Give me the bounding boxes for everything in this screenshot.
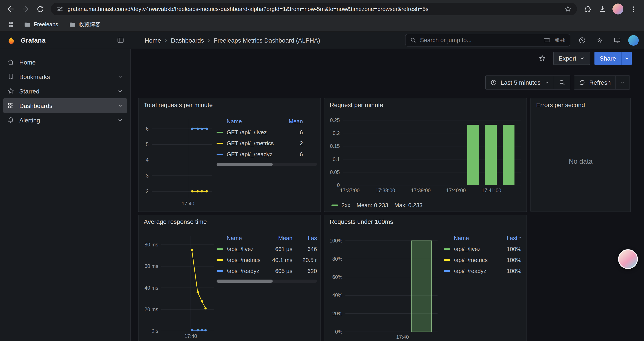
search-icon <box>410 37 416 44</box>
bookmark-item-blog[interactable]: 收藏博客 <box>65 20 104 30</box>
chart-requests-under-100ms[interactable]: 0%20%40%60%80%100%17:40 <box>328 231 440 341</box>
chevron-down-icon[interactable] <box>117 88 123 94</box>
apps-grid-icon[interactable] <box>5 21 17 28</box>
legend-row[interactable]: /api/_/metrics40.1 ms20.5 r <box>216 254 317 265</box>
downloads-icon[interactable] <box>595 2 609 16</box>
dashboard-actions: Export Share <box>536 52 632 65</box>
legend-series[interactable]: 2xx <box>332 202 350 208</box>
grafana-body: Home Bookmarks Starred <box>0 49 644 341</box>
chevron-down-icon[interactable] <box>117 117 123 123</box>
panel-header[interactable]: Request per minute <box>324 98 526 112</box>
sidebar-item-home[interactable]: Home <box>3 55 127 69</box>
series-color-swatch <box>332 204 338 206</box>
refresh-interval-button[interactable] <box>615 76 630 89</box>
bookmark-label: 收藏博客 <box>79 21 100 28</box>
back-icon[interactable] <box>4 2 18 16</box>
clock-icon <box>490 79 497 86</box>
bookmark-star-icon[interactable] <box>564 5 572 13</box>
legend-column[interactable]: Last * <box>497 235 521 241</box>
series-color-swatch <box>216 270 223 272</box>
url-bar[interactable] <box>51 3 577 15</box>
svg-text:0.15: 0.15 <box>330 143 340 149</box>
forward-icon[interactable] <box>18 2 32 16</box>
url-input[interactable] <box>68 6 560 12</box>
sidebar-item-bookmarks[interactable]: Bookmarks <box>3 69 127 84</box>
breadcrumb-separator: › <box>165 37 167 44</box>
home-icon <box>7 58 14 66</box>
bookmark-item-freeleaps[interactable]: Freeleaps <box>20 20 62 30</box>
scrollbar-thumb[interactable] <box>216 163 273 166</box>
browser-profile-avatar[interactable] <box>612 4 624 15</box>
bookmark-label: Freeleaps <box>34 22 58 28</box>
legend-row[interactable]: /api/_/readyz605 µs620 <box>216 265 317 276</box>
browser-menu-icon[interactable] <box>626 2 640 16</box>
svg-text:80%: 80% <box>332 256 342 262</box>
svg-text:0 s: 0 s <box>152 328 158 334</box>
panel-header[interactable]: Requests under 100ms <box>324 215 526 228</box>
sidebar-toggle-icon[interactable] <box>116 36 124 44</box>
legend-scrollbar[interactable] <box>216 279 317 283</box>
svg-text:17:39:00: 17:39:00 <box>411 188 431 193</box>
zoom-out-button[interactable] <box>554 76 570 89</box>
svg-text:60%: 60% <box>332 274 342 280</box>
chevron-down-icon[interactable] <box>117 74 123 80</box>
legend-row[interactable]: /api/_/readyz100% <box>444 265 523 276</box>
svg-text:0.25: 0.25 <box>330 117 340 123</box>
news-rss-icon[interactable] <box>593 34 606 47</box>
breadcrumb-home[interactable]: Home <box>145 37 161 44</box>
legend-scrollbar[interactable] <box>216 163 317 166</box>
search-input[interactable] <box>420 37 540 44</box>
sidebar-item-starred[interactable]: Starred <box>3 84 127 98</box>
legend-column-name[interactable]: Name <box>216 118 280 125</box>
floating-assistant-avatar[interactable] <box>618 249 638 269</box>
search-box[interactable]: ⌘+k <box>405 34 570 47</box>
reload-icon[interactable] <box>33 2 47 16</box>
legend-column[interactable]: Las <box>292 235 317 241</box>
chevron-down-icon[interactable] <box>117 103 123 109</box>
series-name: 2xx <box>342 202 350 208</box>
time-range-button[interactable]: Last 5 minutes <box>486 76 554 89</box>
chevron-down-icon <box>544 80 549 85</box>
chart-request-per-minute[interactable]: 00.050.10.150.20.2517:37:0017:38:0017:39… <box>328 112 524 195</box>
scrollbar-thumb[interactable] <box>216 279 273 283</box>
export-button[interactable]: Export <box>553 52 590 65</box>
site-settings-icon[interactable] <box>56 5 64 13</box>
breadcrumb: Home › Dashboards › Freeleaps Metrics Da… <box>145 37 320 44</box>
legend-row[interactable]: /api/_/livez100% <box>444 244 523 254</box>
legend-row[interactable]: GET /api/_/livez6 <box>216 127 317 138</box>
panel-header[interactable]: Total requests per minute <box>138 98 320 112</box>
svg-text:60 ms: 60 ms <box>144 263 158 269</box>
legend-column[interactable]: Mean <box>265 235 292 241</box>
legend-row[interactable]: GET /api/_/readyz6 <box>216 149 317 160</box>
chevron-down-icon <box>579 56 584 61</box>
legend-column-name[interactable]: Name <box>216 235 265 241</box>
sidebar-item-dashboards[interactable]: Dashboards <box>3 98 127 113</box>
chart-total-requests[interactable]: 2345617:40 <box>142 116 215 208</box>
keyboard-icon <box>543 37 550 44</box>
sidebar-item-alerting[interactable]: Alerting <box>3 113 127 127</box>
bell-icon <box>7 116 14 124</box>
share-button[interactable]: Share <box>594 52 621 65</box>
sidebar-item-label: Dashboards <box>19 102 52 109</box>
favorite-star-icon[interactable] <box>536 52 549 65</box>
grafana-logo[interactable] <box>6 35 16 45</box>
legend-column[interactable]: Mean <box>280 118 303 125</box>
breadcrumb-dashboards[interactable]: Dashboards <box>171 37 204 44</box>
legend-row[interactable]: GET /api/_/metrics2 <box>216 138 317 149</box>
extensions-icon[interactable] <box>580 2 594 16</box>
svg-text:0.1: 0.1 <box>333 156 340 162</box>
series-color-swatch <box>216 154 223 155</box>
panel-avg-response-time: Average response time 0 s20 ms40 ms60 ms… <box>138 215 321 341</box>
legend-column-name[interactable]: Name <box>444 235 497 241</box>
refresh-button[interactable]: Refresh <box>574 76 615 89</box>
user-avatar[interactable] <box>628 35 639 46</box>
legend-row[interactable]: /api/_/metrics100% <box>444 254 523 265</box>
share-menu-button[interactable] <box>621 52 632 65</box>
chart-avg-response-time[interactable]: 0 s20 ms40 ms60 ms80 ms17:40 <box>142 233 216 340</box>
legend-row[interactable]: /api/_/livez661 µs646 <box>216 244 317 254</box>
display-icon[interactable] <box>611 34 624 47</box>
panel-header[interactable]: Average response time <box>138 215 320 228</box>
series-color-swatch <box>216 143 223 144</box>
panel-header[interactable]: Errors per second <box>531 98 630 112</box>
help-icon[interactable] <box>576 34 589 47</box>
